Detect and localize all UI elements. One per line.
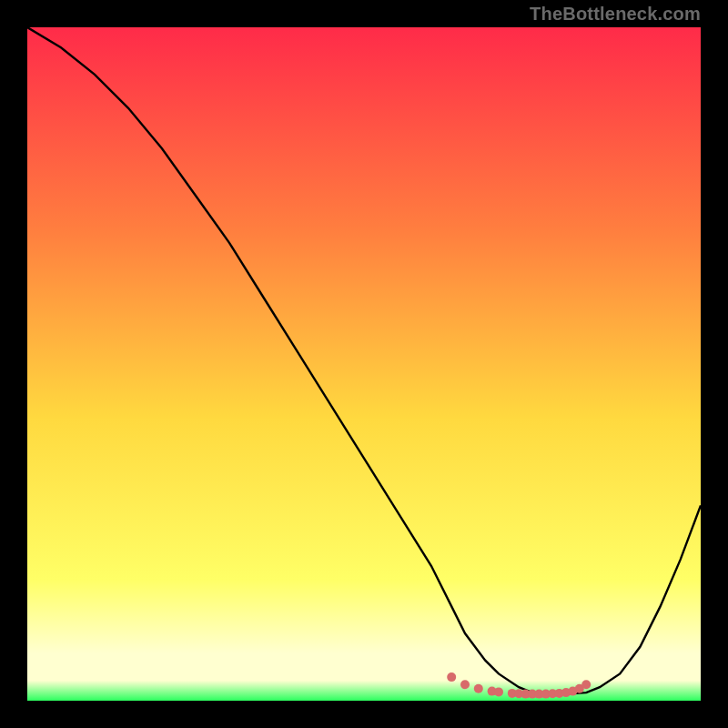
gradient-background: [27, 27, 701, 701]
dot: [447, 672, 456, 682]
chart-plot-area: [27, 27, 701, 701]
dot: [474, 684, 483, 693]
chart-svg: [27, 27, 701, 701]
watermark-text: TheBottleneck.com: [530, 4, 701, 25]
dot: [494, 687, 503, 696]
dot: [581, 680, 591, 689]
dot: [460, 680, 470, 689]
